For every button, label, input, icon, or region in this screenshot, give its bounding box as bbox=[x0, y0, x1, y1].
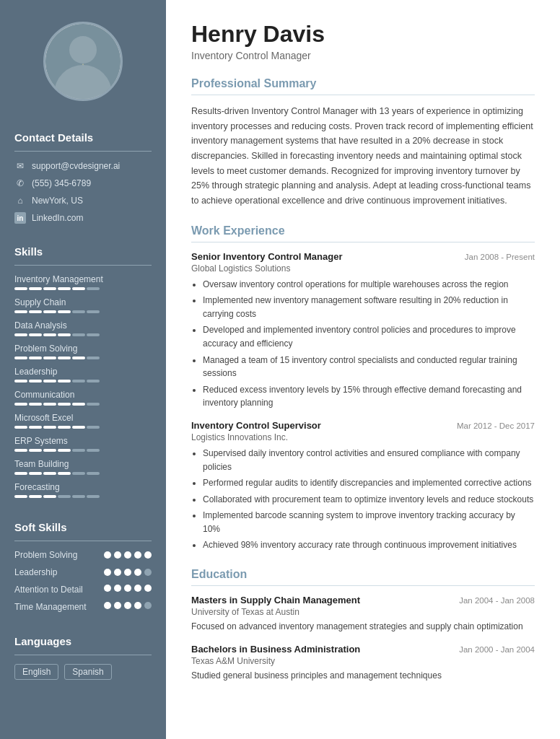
person-title: Inventory Control Manager bbox=[191, 50, 535, 61]
job-1-header: Senior Inventory Control Manager Jan 200… bbox=[191, 251, 535, 262]
skill-inventory-management: Inventory Management bbox=[14, 274, 152, 290]
skill-forecasting: Forecasting bbox=[14, 482, 152, 498]
job-2-company: Logistics Innovations Inc. bbox=[191, 432, 535, 442]
edu-2-dates: Jan 2000 - Jan 2004 bbox=[459, 645, 535, 654]
home-icon: ⌂ bbox=[14, 195, 26, 206]
skills-divider bbox=[14, 265, 152, 266]
person-name: Henry Davis bbox=[191, 22, 535, 47]
skill-microsoft-excel: Microsoft Excel bbox=[14, 413, 152, 429]
soft-skill-dots bbox=[104, 551, 152, 559]
soft-skill-dots bbox=[104, 569, 152, 576]
edu-2-degree: Bachelors in Business Administration bbox=[191, 644, 360, 655]
list-item: Collaborated with procurement team to op… bbox=[203, 493, 535, 507]
contact-address: ⌂ NewYork, US bbox=[14, 195, 152, 206]
lang-english: English bbox=[14, 664, 58, 680]
skills-title: Skills bbox=[14, 245, 152, 258]
edu-1-desc: Focused on advanced inventory management… bbox=[191, 620, 535, 634]
languages-title: Languages bbox=[14, 635, 152, 647]
skill-team-building: Team Building bbox=[14, 459, 152, 475]
list-item: Performed regular audits to identify dis… bbox=[203, 476, 535, 490]
list-item: Developed and implemented inventory cont… bbox=[203, 323, 535, 350]
job-2-dates: Mar 2012 - Dec 2017 bbox=[457, 421, 535, 430]
job-2-title: Inventory Control Supervisor bbox=[191, 420, 321, 431]
list-item: Implemented barcode scanning system to i… bbox=[203, 509, 535, 535]
list-item: Supervised daily inventory control activ… bbox=[203, 447, 535, 473]
list-item: Achieved 98% inventory accuracy rate thr… bbox=[203, 538, 535, 552]
skill-supply-chain: Supply Chain bbox=[14, 297, 152, 313]
list-item: Reduced excess inventory levels by 15% t… bbox=[203, 383, 535, 410]
skill-leadership: Leadership bbox=[14, 367, 152, 382]
edu-2-school: Texas A&M University bbox=[191, 656, 535, 666]
experience-divider bbox=[191, 242, 535, 242]
svg-point-2 bbox=[61, 70, 105, 100]
main-content: Henry Davis Inventory Control Manager Pr… bbox=[166, 0, 560, 739]
phone-icon: ✆ bbox=[14, 178, 26, 189]
soft-skill-dots bbox=[104, 585, 152, 592]
contact-email: ✉ support@cvdesigner.ai bbox=[14, 160, 152, 172]
edu-1-degree: Masters in Supply Chain Management bbox=[191, 595, 360, 605]
svg-point-1 bbox=[71, 38, 95, 62]
list-item: Managed a team of 15 inventory control s… bbox=[203, 354, 535, 380]
job-1-bullets: Oversaw inventory control operations for… bbox=[191, 278, 535, 410]
job-1-company: Global Logistics Solutions bbox=[191, 263, 535, 274]
contact-phone: ✆ (555) 345-6789 bbox=[14, 178, 152, 189]
job-1-dates: Jan 2008 - Present bbox=[465, 253, 535, 261]
svg-rect-3 bbox=[74, 47, 81, 52]
job-1-title: Senior Inventory Control Manager bbox=[191, 251, 342, 262]
job-2-header: Inventory Control Supervisor Mar 2012 - … bbox=[191, 420, 535, 431]
avatar bbox=[43, 22, 123, 101]
edu-1-dates: Jan 2004 - Jan 2008 bbox=[459, 596, 535, 605]
skill-communication: Communication bbox=[14, 390, 152, 406]
svg-rect-4 bbox=[84, 47, 91, 52]
experience-section-title: Work Experience bbox=[191, 224, 535, 237]
soft-skills-title: Soft Skills bbox=[14, 521, 152, 533]
edu-2-desc: Studied general business principles and … bbox=[191, 669, 535, 683]
soft-skill-time-management: Time Management bbox=[14, 602, 152, 612]
contact-section: Contact Details ✉ support@cvdesigner.ai … bbox=[0, 131, 166, 229]
soft-skill-attention-detail: Attention to Detail bbox=[14, 585, 152, 595]
svg-marker-6 bbox=[81, 64, 85, 70]
summary-section-title: Professional Summary bbox=[191, 77, 535, 90]
svg-point-0 bbox=[45, 24, 121, 99]
job-2-bullets: Supervised daily inventory control activ… bbox=[191, 447, 535, 552]
contact-divider bbox=[14, 151, 152, 152]
summary-divider bbox=[191, 95, 535, 95]
education-section-title: Education bbox=[191, 568, 535, 581]
skill-erp-systems: ERP Systems bbox=[14, 436, 152, 452]
soft-skills-section: Soft Skills Problem Solving Leadership A… bbox=[0, 521, 166, 619]
contact-linkedin: in LinkedIn.com bbox=[14, 212, 152, 224]
languages-section: Languages English Spanish bbox=[0, 635, 166, 680]
lang-spanish: Spanish bbox=[64, 664, 111, 680]
linkedin-icon: in bbox=[14, 212, 26, 224]
skill-data-analysis: Data Analysis bbox=[14, 320, 152, 336]
edu-1-header: Masters in Supply Chain Management Jan 2… bbox=[191, 595, 535, 605]
skills-section: Skills Inventory Management Supply Chain… bbox=[0, 245, 166, 505]
soft-skill-dots bbox=[104, 602, 152, 609]
list-item: Implemented new inventory management sof… bbox=[203, 294, 535, 320]
education-divider bbox=[191, 585, 535, 586]
soft-skill-leadership: Leadership bbox=[14, 567, 152, 577]
sidebar: Contact Details ✉ support@cvdesigner.ai … bbox=[0, 0, 166, 739]
skill-problem-solving: Problem Solving bbox=[14, 344, 152, 359]
languages-divider bbox=[14, 655, 152, 655]
list-item: Oversaw inventory control operations for… bbox=[203, 278, 535, 292]
contact-title: Contact Details bbox=[14, 131, 152, 144]
soft-skills-divider bbox=[14, 541, 152, 541]
edu-2-header: Bachelors in Business Administration Jan… bbox=[191, 644, 535, 655]
edu-1-school: University of Texas at Austin bbox=[191, 607, 535, 617]
email-icon: ✉ bbox=[14, 160, 26, 172]
summary-text: Results-driven Inventory Control Manager… bbox=[191, 104, 535, 208]
soft-skill-problem-solving: Problem Solving bbox=[14, 550, 152, 560]
language-tags: English Spanish bbox=[14, 664, 152, 680]
